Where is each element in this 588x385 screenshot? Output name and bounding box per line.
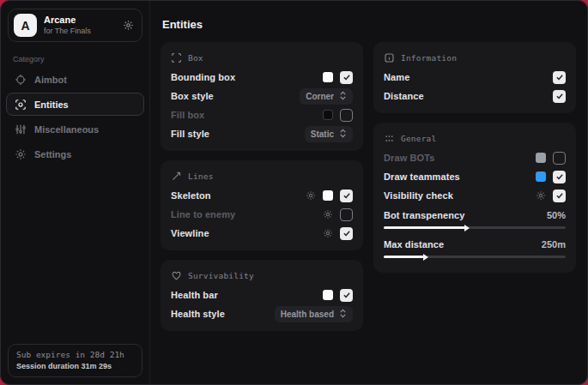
checkbox-checked[interactable] — [553, 189, 566, 202]
setting-row-draw-bots: Draw BOTs — [384, 148, 566, 167]
gear-icon[interactable] — [323, 228, 333, 238]
setting-label: Health bar — [171, 290, 218, 300]
setting-label: Bounding box — [171, 72, 235, 82]
setting-label: Fill box — [171, 110, 204, 120]
diagonal-line-icon — [171, 171, 182, 182]
box-section-card: Box Bounding box Box style — [161, 42, 363, 151]
chevron-updown-icon — [339, 129, 347, 140]
setting-row-health-style: Health style Health based — [171, 304, 353, 323]
color-swatch[interactable] — [323, 110, 333, 120]
color-swatch[interactable] — [536, 171, 546, 182]
section-title: Information — [401, 53, 457, 63]
color-swatch[interactable] — [323, 72, 333, 82]
setting-row-fill-box: Fill box — [171, 105, 353, 124]
app-title: Arcane — [44, 15, 91, 27]
checkbox-checked[interactable] — [340, 227, 353, 240]
crosshair-icon — [15, 74, 27, 86]
chevron-updown-icon — [339, 309, 347, 320]
sidebar-item-label: Miscellaneous — [34, 124, 99, 135]
setting-label: Line to enemy — [171, 209, 235, 220]
checkbox-checked[interactable] — [340, 71, 353, 84]
slider-value: 50% — [547, 210, 566, 220]
category-label: Category — [13, 55, 149, 63]
color-swatch[interactable] — [536, 153, 546, 163]
sidebar-item-aimbot[interactable]: Aimbot — [6, 68, 144, 91]
section-title: Lines — [188, 171, 214, 181]
sidebar-item-label: Aimbot — [34, 75, 67, 85]
setting-row-skeleton: Skeleton — [171, 186, 353, 205]
bounding-box-icon — [171, 52, 182, 63]
sidebar-item-label: Settings — [34, 149, 71, 159]
gear-icon — [15, 148, 27, 160]
gear-icon[interactable] — [123, 20, 134, 31]
setting-row-name: Name — [384, 68, 566, 87]
subscription-info-card: Sub expires in 28d 21h Session duration … — [8, 344, 142, 377]
setting-row-visibility-check: Visibility check — [384, 186, 566, 205]
gear-icon[interactable] — [536, 190, 546, 201]
box-style-dropdown[interactable]: Corner — [300, 88, 353, 105]
app-subtitle: for The Finals — [44, 27, 91, 36]
color-swatch[interactable] — [323, 290, 333, 300]
session-duration-text: Session duration 31m 29s — [16, 362, 134, 370]
setting-row-draw-teammates: Draw teammates — [384, 167, 566, 186]
app-logo-card: A Arcane for The Finals — [8, 9, 142, 42]
slider-fill[interactable] — [384, 226, 465, 229]
app-logo: A — [14, 14, 37, 37]
scan-icon — [15, 99, 27, 111]
setting-label: Skeleton — [171, 190, 211, 201]
setting-row-health-bar: Health bar — [171, 286, 353, 304]
setting-label: Distance — [384, 91, 424, 101]
checkbox-checked[interactable] — [553, 90, 566, 103]
checkbox-unchecked[interactable] — [340, 208, 353, 221]
slider-fill[interactable] — [384, 256, 424, 258]
health-style-dropdown[interactable]: Health based — [275, 306, 353, 322]
setting-row-bot-transparency: Bot transpenency 50% — [384, 207, 566, 224]
checkbox-checked[interactable] — [553, 71, 566, 84]
slider-value: 250m — [542, 239, 566, 250]
sidebar-item-label: Entities — [34, 99, 69, 110]
setting-row-fill-style: Fill style Static — [171, 124, 353, 143]
setting-row-max-distance: Max distance 250m — [384, 236, 566, 253]
color-swatch[interactable] — [323, 190, 333, 201]
sub-expiry-text: Sub expires in 28d 21h — [16, 350, 134, 359]
setting-label: Max distance — [384, 239, 444, 250]
checkbox-checked[interactable] — [553, 171, 566, 183]
sidebar-item-miscellaneous[interactable]: Miscellaneous — [6, 117, 144, 141]
section-title: Survivability — [188, 271, 254, 280]
setting-row-box-style: Box style Corner — [171, 87, 353, 105]
fill-style-dropdown[interactable]: Static — [305, 126, 353, 142]
main-content: Entities Box Bounding box — [150, 1, 588, 384]
app-window: A Arcane for The Finals Category Aimbot — [0, 0, 588, 385]
chevron-updown-icon — [339, 91, 347, 102]
setting-row-viewline: Viewline — [171, 224, 353, 243]
checkbox-unchecked[interactable] — [340, 109, 353, 122]
setting-label: Draw teammates — [384, 171, 460, 182]
sidebar-item-settings[interactable]: Settings — [6, 142, 144, 165]
gear-icon[interactable] — [323, 209, 333, 220]
max-distance-slider[interactable] — [384, 256, 566, 258]
heart-pulse-icon — [171, 270, 182, 281]
grid-dots-icon — [384, 133, 395, 144]
setting-row-bounding-box: Bounding box — [171, 68, 353, 87]
gear-icon[interactable] — [306, 190, 316, 201]
setting-row-line-to-enemy: Line to enemy — [171, 205, 353, 224]
checkbox-checked[interactable] — [340, 289, 353, 302]
bot-transparency-slider[interactable] — [384, 226, 566, 229]
checkbox-checked[interactable] — [340, 189, 353, 202]
setting-row-distance: Distance — [384, 87, 566, 105]
info-scan-icon — [384, 52, 395, 63]
setting-label: Draw BOTs — [384, 153, 434, 163]
sliders-icon — [15, 123, 27, 135]
lines-section-card: Lines Skeleton — [161, 160, 363, 250]
setting-label: Bot transpenency — [384, 210, 465, 220]
setting-label: Visibility check — [384, 190, 453, 201]
general-section-card: General Draw BOTs Draw teammates — [373, 123, 576, 273]
sidebar-item-entities[interactable]: Entities — [6, 93, 144, 116]
page-title: Entities — [162, 18, 576, 31]
setting-label: Fill style — [171, 129, 209, 139]
information-section-card: Information Name Distance — [373, 42, 576, 113]
setting-label: Name — [384, 72, 409, 82]
checkbox-unchecked[interactable] — [553, 152, 566, 165]
survivability-section-card: Survivability Health bar Health style — [161, 260, 363, 331]
setting-label: Viewline — [171, 228, 209, 238]
